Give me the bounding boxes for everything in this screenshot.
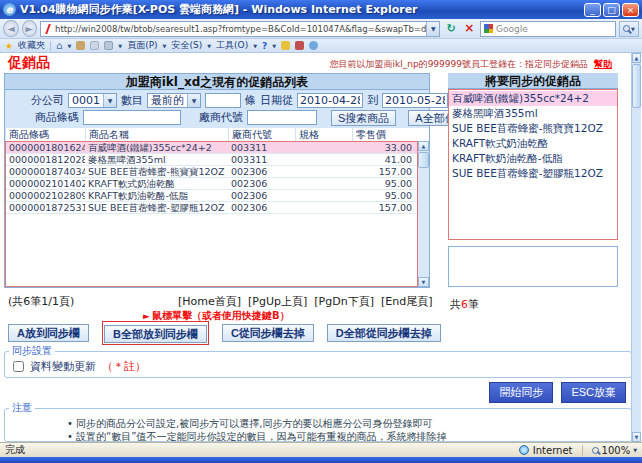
table-row[interactable]: 0000001874034 SUE BEE苜蓿蜂蜜-熊寶寶12OZ 002306… <box>6 166 417 178</box>
search-box[interactable]: Google <box>480 21 616 37</box>
stop-button[interactable]: × <box>462 21 477 37</box>
favorites-star-icon[interactable]: ★ <box>5 41 13 51</box>
sync-list-item[interactable]: 麥格黑啤酒355ml <box>449 106 617 121</box>
column-label: 零售價 <box>352 128 429 141</box>
cell-price: 157.00 <box>352 166 417 177</box>
address-dropdown-icon[interactable]: ▼ <box>426 22 439 36</box>
page-nav-link[interactable]: [End尾頁] <box>381 294 433 309</box>
table-row[interactable]: 0000001801624 百威啤酒(鐵罐)355cc*24+2 003311 … <box>6 142 417 154</box>
home-icon[interactable]: ⌂ <box>56 40 62 51</box>
back-button[interactable]: ◄ <box>3 20 19 37</box>
sync-panel-header: 將要同步的促銷品 <box>448 73 618 89</box>
date-to-label: 到 <box>367 93 378 108</box>
search-button[interactable]: ▼ <box>619 21 639 37</box>
google-icon <box>484 24 493 33</box>
table-scrollbar[interactable]: ▲ ▼ <box>418 141 429 287</box>
menu-safety[interactable]: 安全(S) <box>171 39 202 52</box>
highlight-frame: B全部放到同步欄 <box>102 321 209 345</box>
ie-icon: e <box>3 3 16 16</box>
start-sync-button[interactable]: 開始同步 <box>489 382 553 403</box>
favorites-label[interactable]: 收藏夾 <box>18 39 45 52</box>
promo-table: 0000001801624 百威啤酒(鐵罐)355cc*24+2 003311 … <box>5 141 418 287</box>
date-to-input[interactable] <box>382 93 448 108</box>
menu-page[interactable]: 頁面(P) <box>127 39 157 52</box>
sync-list-item[interactable]: SUE BEE苜蓿蜂蜜-熊寶寶12OZ <box>449 121 617 136</box>
branch-select[interactable]: 0001▼ <box>68 93 117 108</box>
sync-list-item[interactable]: KRAFT軟式奶油乾酪 <box>449 136 617 151</box>
menu-tools[interactable]: 工具(O) <box>216 39 248 52</box>
page-scrollbar[interactable]: ▲ ▼ <box>631 53 641 442</box>
chevron-down-icon[interactable]: ▼ <box>103 94 116 107</box>
barcode-input[interactable] <box>83 110 181 125</box>
search-input-text[interactable]: Google <box>496 24 528 34</box>
page-nav-link[interactable]: [PgDn下頁] <box>314 294 374 309</box>
vendor-input[interactable] <box>247 110 317 125</box>
table-row[interactable]: 0000001872531 SUE BEE苜蓿蜂蜜-塑膠瓶12OZ 002306… <box>6 202 417 214</box>
maximize-button[interactable]: □ <box>603 3 620 17</box>
minimize-button[interactable]: _ <box>584 3 601 17</box>
toolbar-separator <box>50 41 51 51</box>
put-all-to-sync-button[interactable]: B全部放到同步欄 <box>104 325 207 343</box>
feed-icon[interactable] <box>76 41 85 50</box>
search-products-button[interactable]: S搜索商品 <box>331 110 396 126</box>
notice-list: 同步的商品分公司設定,被同步方可以選擇,同步方的要以相應分公司身份登錄即可設置的… <box>67 418 631 442</box>
scroll-up-icon[interactable]: ▲ <box>632 53 641 63</box>
status-text: 完成 <box>5 443 519 457</box>
menu-page-caret-icon: ▼ <box>163 43 167 49</box>
scroll-up-icon[interactable]: ▲ <box>418 141 429 151</box>
date-from-input[interactable] <box>297 93 363 108</box>
help-link[interactable]: 幫助 <box>594 59 612 69</box>
refresh-button[interactable]: ↻ <box>443 21 458 37</box>
page-slice-icon[interactable] <box>90 41 99 50</box>
table-row[interactable]: 0000002102809 KRAFT軟奶油乾酪-低脂 002306 95.00 <box>6 190 417 202</box>
page-favicon <box>44 24 52 34</box>
remove-from-sync-button[interactable]: C從同步欄去掉 <box>222 324 314 342</box>
address-field[interactable]: http://win2008/tw/btob/searesult1.asp?fr… <box>40 21 440 37</box>
page-nav-link[interactable]: [Home首頁] <box>178 294 241 309</box>
count-mode-select[interactable]: 最前的▼ <box>147 93 201 108</box>
remove-all-from-sync-button[interactable]: D全部從同步欄去掉 <box>327 324 441 342</box>
forward-button[interactable]: ► <box>22 20 38 37</box>
toolbar-addon-icon[interactable] <box>309 41 318 50</box>
toolbar-addon-icon[interactable] <box>295 41 304 50</box>
sync-total-number: 6 <box>461 298 468 311</box>
put-to-sync-button[interactable]: A放到同步欄 <box>8 324 89 342</box>
action-buttons-row: A放到同步欄 B全部放到同步欄 C從同步欄去掉 D全部從同步欄去掉 <box>8 321 454 345</box>
count-input[interactable] <box>205 93 241 108</box>
chevron-down-icon[interactable]: ▼ <box>187 94 200 107</box>
scroll-thumb[interactable] <box>418 152 429 168</box>
cell-spec <box>295 142 352 153</box>
title-bar: e V1.04購物網同步作業[X-POS 雲端商務網] - Windows In… <box>0 0 642 19</box>
column-label: 商品條碼 <box>5 128 85 141</box>
login-info: 您目前以加盟商ikl_np的999999號員工登錄在：指定同步促銷品幫助 <box>330 58 613 71</box>
cell-spec <box>295 202 352 213</box>
close-button[interactable]: × <box>622 3 639 17</box>
table-row[interactable]: 0000001812028 麥格黑啤酒355ml 003311 41.00 <box>6 154 417 166</box>
help-menu[interactable]: ? <box>262 41 267 51</box>
window-title: V1.04購物網同步作業[X-POS 雲端商務網] - Windows Inte… <box>20 2 584 17</box>
sync-settings-legend: 同步設置 <box>9 344 55 358</box>
table-row[interactable]: 0000002101402 KRAFT軟式奶油乾酪 002306 95.00 <box>6 178 417 190</box>
barcode-label: 商品條碼 <box>35 110 79 125</box>
unit-label: 條 <box>245 93 256 108</box>
data-update-checkbox[interactable] <box>13 361 24 372</box>
scroll-down-icon[interactable]: ▼ <box>632 432 641 442</box>
home-dropdown-icon[interactable]: ▼ <box>67 43 71 49</box>
esc-cancel-button[interactable]: ESC放棄 <box>561 382 626 403</box>
sync-list-item[interactable]: 百威啤酒(鐵罐)355cc*24+2 <box>449 91 617 106</box>
sync-list-item[interactable]: KRAFT軟奶油乾酪-低脂 <box>449 151 617 166</box>
print-icon[interactable] <box>104 41 113 50</box>
status-bar: 完成 Internet 100% ▼ <box>0 442 642 457</box>
scroll-thumb[interactable] <box>632 64 641 108</box>
print-dropdown-icon[interactable]: ▼ <box>118 43 122 49</box>
toolbar-addon-icon[interactable] <box>281 41 290 50</box>
sync-list-item[interactable]: SUE BEE苜蓿蜂蜜-塑膠瓶12OZ <box>449 166 617 181</box>
menu-safety-caret-icon: ▼ <box>207 43 211 49</box>
zoom-level[interactable]: 100% <box>602 445 631 456</box>
page-nav-link[interactable]: [PgUp上頁] <box>248 294 307 309</box>
sync-panel: 將要同步的促銷品 百威啤酒(鐵罐)355cc*24+2麥格黑啤酒355mlSUE… <box>448 73 618 288</box>
url-text[interactable]: http://win2008/tw/btob/searesult1.asp?fr… <box>55 24 426 34</box>
search-dropdown-icon[interactable]: ▼ <box>631 26 635 32</box>
scroll-down-icon[interactable]: ▼ <box>418 277 429 287</box>
zoom-dropdown-icon[interactable]: ▼ <box>633 447 637 453</box>
